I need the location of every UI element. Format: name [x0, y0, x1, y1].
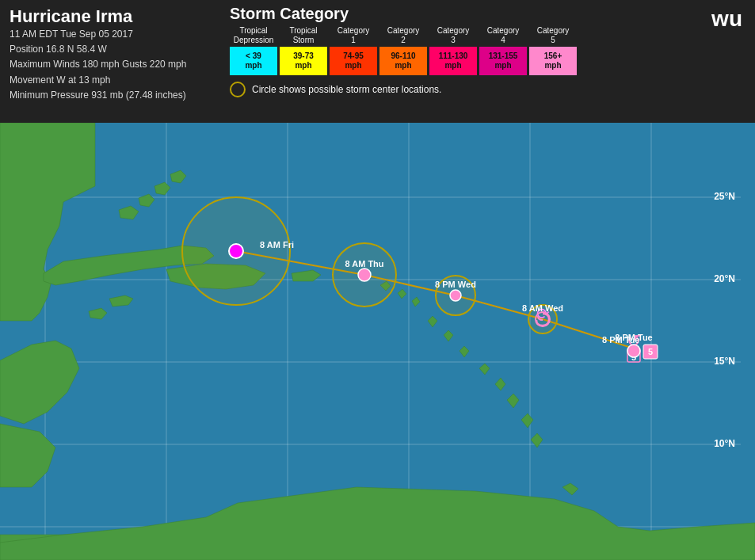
- map-container: .land { fill: #4a9a40; stroke: #3a8030; …: [0, 123, 755, 560]
- category-label-4: Category3: [437, 26, 470, 45]
- category-item-0: TropicalDepression< 39mph: [230, 26, 277, 75]
- category-item-6: Category5156+mph: [529, 26, 577, 75]
- category-speed-3: 96-110mph: [391, 51, 415, 70]
- circle-note-text: Circle shows possible storm center locat…: [252, 84, 441, 95]
- category-label-0: TropicalDepression: [234, 26, 274, 45]
- category-label-6: Category5: [537, 26, 570, 45]
- header-bar: Hurricane Irma 11 AM EDT Tue Sep 05 2017…: [0, 0, 755, 123]
- storm-winds: Maximum Winds 180 mph Gusts 220 mph: [10, 57, 212, 72]
- map-svg: .land { fill: #4a9a40; stroke: #3a8030; …: [0, 123, 755, 560]
- category-box-1: 39-73mph: [280, 47, 327, 75]
- category-box-4: 111-130mph: [429, 47, 477, 75]
- category-item-2: Category174-95mph: [330, 26, 377, 75]
- svg-text:15°N: 15°N: [714, 356, 735, 367]
- category-box-0: < 39mph: [230, 47, 277, 75]
- category-speed-2: 74-95mph: [343, 51, 364, 70]
- legend-panel: Storm Category TropicalDepression< 39mph…: [222, 0, 699, 123]
- category-label-5: Category4: [487, 26, 520, 45]
- category-item-1: TropicalStorm39-73mph: [280, 26, 327, 75]
- category-speed-1: 39-73mph: [293, 51, 314, 70]
- category-speed-5: 131-155mph: [489, 51, 518, 70]
- category-item-4: Category3111-130mph: [429, 26, 477, 75]
- category-item-5: Category4131-155mph: [479, 26, 527, 75]
- category-item-3: Category296-110mph: [379, 26, 427, 75]
- storm-movement: Movement W at 13 mph: [10, 73, 212, 88]
- category-box-3: 96-110mph: [379, 47, 427, 75]
- circle-icon: [230, 82, 246, 97]
- category-box-2: 74-95mph: [330, 47, 377, 75]
- wu-logo: wu: [699, 0, 755, 38]
- category-box-5: 131-155mph: [479, 47, 527, 75]
- storm-position: Position 16.8 N 58.4 W: [10, 42, 212, 57]
- storm-time: 11 AM EDT Tue Sep 05 2017: [10, 27, 212, 42]
- legend-title: Storm Category: [230, 5, 691, 23]
- storm-title: Hurricane Irma: [10, 6, 212, 27]
- category-speed-6: 156+mph: [544, 51, 562, 70]
- category-box-6: 156+mph: [529, 47, 577, 75]
- category-speed-4: 111-130mph: [439, 51, 468, 70]
- category-label-2: Category1: [337, 26, 370, 45]
- svg-text:25°N: 25°N: [714, 191, 735, 202]
- storm-pressure: Minimum Pressure 931 mb (27.48 inches): [10, 88, 212, 103]
- svg-text:10°N: 10°N: [714, 438, 735, 449]
- category-label-3: Category2: [387, 26, 420, 45]
- circle-note: Circle shows possible storm center locat…: [230, 82, 691, 97]
- svg-text:20°N: 20°N: [714, 273, 735, 284]
- legend-categories: TropicalDepression< 39mphTropicalStorm39…: [230, 26, 691, 75]
- category-label-1: TropicalStorm: [289, 26, 317, 45]
- storm-info-panel: Hurricane Irma 11 AM EDT Tue Sep 05 2017…: [0, 0, 222, 123]
- category-speed-0: < 39mph: [245, 51, 261, 70]
